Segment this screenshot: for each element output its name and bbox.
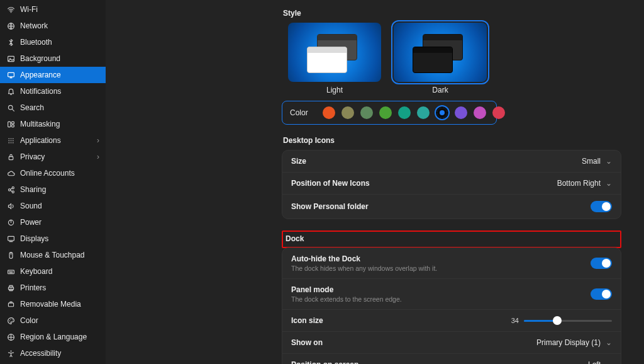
- row-icon-size: Icon size 34: [282, 309, 621, 331]
- sidebar-item-printers[interactable]: Printers: [0, 280, 106, 296]
- svg-rect-8: [11, 125, 14, 127]
- row-show-personal-folder: Show Personal folder: [282, 194, 621, 219]
- style-preview-dark[interactable]: [394, 23, 487, 82]
- row-panel-mode: Panel mode The dock extends to the scree…: [282, 278, 621, 309]
- style-chooser: Light Dark: [288, 23, 621, 94]
- sidebar-item-label: Privacy: [20, 152, 45, 161]
- svg-point-12: [8, 140, 9, 141]
- svg-rect-7: [11, 122, 14, 123]
- sidebar-item-sound[interactable]: Sound: [0, 198, 106, 214]
- sidebar-item-label: Removable Media: [20, 300, 81, 309]
- style-preview-light[interactable]: [288, 23, 381, 82]
- value-position-screen: Left: [588, 360, 601, 364]
- svg-rect-23: [8, 236, 14, 241]
- color-swatch-0[interactable]: [323, 106, 335, 119]
- row-desktop-icon-position[interactable]: Position of New Icons Bottom Right ⌄: [282, 172, 621, 194]
- search-icon: [6, 103, 15, 112]
- media-icon: [6, 300, 15, 309]
- chevron-down-icon: ⌄: [606, 360, 612, 364]
- color-swatch-3[interactable]: [379, 106, 392, 119]
- label-show-on: Show on: [291, 338, 323, 347]
- color-swatch-8[interactable]: [474, 106, 486, 119]
- sidebar-item-appearance[interactable]: Appearance: [0, 67, 106, 83]
- toggle-show-personal[interactable]: [591, 201, 612, 212]
- row-desktop-icon-size[interactable]: Size Small ⌄: [282, 151, 621, 172]
- sidebar-item-label: Sharing: [20, 185, 46, 194]
- sidebar-item-label: Network: [20, 21, 48, 30]
- label-position-new-icons: Position of New Icons: [291, 179, 370, 188]
- sidebar-item-label: Sound: [20, 202, 42, 210]
- color-swatch-7[interactable]: [455, 106, 467, 119]
- sidebar-item-wi-fi[interactable]: Wi-Fi: [0, 1, 106, 18]
- label-size: Size: [291, 157, 306, 166]
- sidebar-item-search[interactable]: Search: [0, 100, 106, 116]
- sidebar-item-privacy[interactable]: Privacy›: [0, 149, 106, 165]
- sidebar-item-notifications[interactable]: Notifications: [0, 83, 106, 100]
- wifi-icon: [6, 5, 15, 14]
- color-swatch-9[interactable]: [492, 106, 505, 119]
- row-autohide-dock: Auto-hide the Dock The dock hides when a…: [282, 248, 621, 278]
- sidebar-item-label: Wi-Fi: [20, 5, 38, 14]
- value-position-new-icons: Bottom Right: [557, 179, 601, 188]
- sidebar-item-mouse-touchpad[interactable]: Mouse & Touchpad: [0, 247, 106, 263]
- multi-icon: [6, 120, 15, 128]
- label-show-personal: Show Personal folder: [291, 202, 369, 211]
- sidebar-item-power[interactable]: Power: [0, 214, 106, 230]
- color-swatch-1[interactable]: [341, 106, 354, 119]
- svg-rect-6: [8, 122, 10, 127]
- sidebar-item-displays[interactable]: Displays: [0, 230, 106, 247]
- sidebar-item-color[interactable]: Color: [0, 312, 106, 329]
- row-position-on-screen[interactable]: Position on screen Left ⌄: [282, 353, 621, 364]
- sidebar-item-region-language[interactable]: Region & Language: [0, 329, 106, 345]
- svg-point-16: [10, 142, 11, 143]
- svg-rect-27: [9, 285, 13, 287]
- lock-icon: [6, 152, 15, 161]
- chevron-right-icon: ›: [97, 136, 99, 145]
- globe-icon: [6, 21, 15, 30]
- sidebar-item-label: Color: [20, 316, 38, 325]
- dock-list: Auto-hide the Dock The dock hides when a…: [282, 247, 621, 364]
- sidebar-item-network[interactable]: Network: [0, 18, 106, 34]
- color-swatch-5[interactable]: [417, 106, 430, 119]
- sidebar-item-applications[interactable]: Applications›: [0, 132, 106, 149]
- settings-sidebar: Wi-FiNetworkBluetoothBackgroundAppearanc…: [0, 0, 106, 364]
- color-swatch-6[interactable]: [436, 106, 448, 119]
- style-option-light[interactable]: Light: [288, 23, 381, 94]
- slider-icon-size[interactable]: [524, 316, 612, 325]
- toggle-panel-mode[interactable]: [591, 288, 612, 300]
- sidebar-item-label: Mouse & Touchpad: [20, 251, 85, 259]
- value-icon-size: 34: [511, 317, 519, 324]
- sidebar-item-accessibility[interactable]: Accessibility: [0, 345, 106, 361]
- sidebar-item-online-accounts[interactable]: Online Accounts: [0, 165, 106, 181]
- style-label-light: Light: [288, 86, 381, 94]
- row-show-on[interactable]: Show on Primary Display (1) ⌄: [282, 331, 621, 353]
- svg-point-13: [10, 140, 11, 141]
- chevron-down-icon: ⌄: [606, 338, 612, 347]
- sidebar-item-bluetooth[interactable]: Bluetooth: [0, 34, 106, 50]
- sidebar-item-label: Accessibility: [20, 349, 61, 358]
- sidebar-item-label: Printers: [20, 283, 46, 292]
- sidebar-item-removable-media[interactable]: Removable Media: [0, 296, 106, 312]
- section-title-style: Style: [283, 9, 620, 18]
- display-icon: [6, 71, 15, 79]
- sidebar-item-background[interactable]: Background: [0, 50, 106, 67]
- accent-color-row: Color: [282, 101, 497, 125]
- bell-icon: [6, 87, 15, 96]
- share-icon: [6, 185, 15, 194]
- sidebar-item-keyboard[interactable]: Keyboard: [0, 263, 106, 280]
- sidebar-item-label: Search: [20, 103, 44, 112]
- sidebar-item-label: Online Accounts: [20, 169, 75, 178]
- sub-autohide: The dock hides when any windows overlap …: [291, 264, 437, 272]
- style-label-dark: Dark: [394, 86, 487, 94]
- label-icon-size: Icon size: [291, 316, 323, 325]
- sidebar-item-label: Keyboard: [20, 267, 52, 276]
- svg-point-10: [10, 138, 11, 139]
- sidebar-item-multitasking[interactable]: Multitasking: [0, 116, 106, 132]
- toggle-autohide[interactable]: [591, 258, 612, 269]
- style-option-dark[interactable]: Dark: [394, 23, 487, 94]
- color-swatch-4[interactable]: [398, 106, 411, 119]
- svg-point-11: [12, 138, 13, 139]
- sidebar-item-sharing[interactable]: Sharing: [0, 181, 106, 198]
- color-swatch-2[interactable]: [360, 106, 373, 119]
- mouse-icon: [6, 251, 15, 259]
